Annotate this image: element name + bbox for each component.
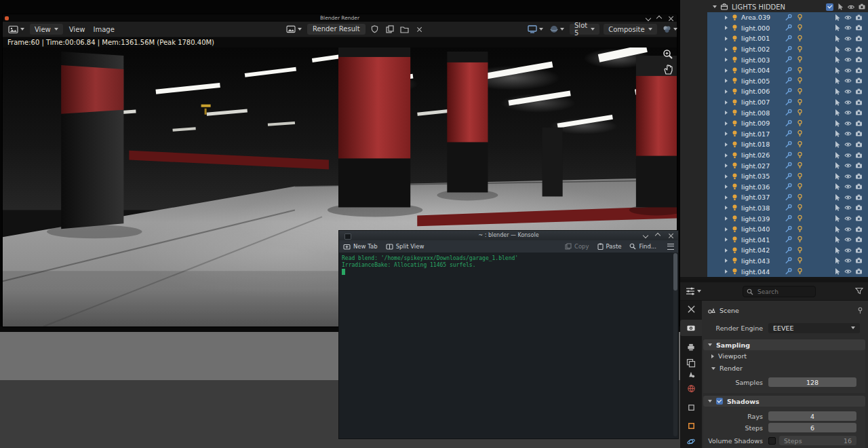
camera-icon[interactable] [855, 151, 863, 160]
light-data-icon[interactable] [796, 14, 804, 22]
pass-dropdown[interactable]: Composite [604, 24, 656, 35]
eye-icon[interactable] [844, 236, 852, 244]
light-data-icon[interactable] [796, 193, 804, 202]
close-icon[interactable] [668, 16, 673, 21]
camera-icon[interactable] [855, 67, 863, 75]
render-window-titlebar[interactable]: Blender Render [3, 14, 677, 22]
selectable-icon[interactable] [833, 56, 841, 64]
camera-icon[interactable] [855, 183, 863, 191]
modifier-wrench-icon[interactable] [785, 45, 792, 53]
modifier-wrench-icon[interactable] [785, 193, 792, 201]
light-data-icon[interactable] [796, 151, 804, 160]
outliner-light-row[interactable]: light.037 [707, 192, 868, 203]
hamburger-menu-icon[interactable] [667, 244, 674, 250]
eye-icon[interactable] [844, 162, 852, 170]
selectable-icon[interactable] [833, 67, 841, 75]
selectable-icon[interactable] [833, 35, 841, 43]
fake-user-button[interactable] [370, 24, 380, 35]
output-tab[interactable] [680, 339, 702, 355]
selectable-icon[interactable] [833, 267, 841, 276]
expand-icon[interactable] [725, 269, 728, 274]
properties-editor-type-button[interactable] [686, 286, 701, 296]
volume-shadows-checkbox[interactable] [768, 437, 776, 445]
expand-icon[interactable] [725, 90, 728, 94]
light-data-icon[interactable] [796, 98, 804, 107]
eye-icon[interactable] [844, 98, 852, 106]
light-data-icon[interactable] [796, 56, 804, 64]
paste-button[interactable]: Paste [597, 243, 622, 250]
camera-icon[interactable] [855, 193, 863, 202]
light-data-icon[interactable] [796, 225, 804, 234]
copy-button[interactable]: Copy [565, 243, 589, 250]
maximize-icon[interactable] [656, 15, 662, 20]
camera-icon[interactable] [855, 24, 863, 32]
camera-icon[interactable] [855, 45, 863, 54]
konsole-titlebar[interactable]: ~ : blender — Konsole [339, 231, 678, 241]
expand-icon[interactable] [725, 143, 728, 147]
light-data-icon[interactable] [796, 88, 804, 96]
camera-icon[interactable] [855, 267, 863, 276]
collapse-icon[interactable] [713, 5, 717, 8]
eye-icon[interactable] [844, 45, 852, 53]
modifier-wrench-icon[interactable] [785, 109, 792, 117]
shadows-checkbox[interactable] [716, 398, 723, 405]
steps-field[interactable]: 6 [768, 423, 856, 432]
light-data-icon[interactable] [796, 246, 804, 255]
camera-icon[interactable] [855, 109, 863, 117]
light-data-icon[interactable] [796, 141, 804, 149]
camera-icon[interactable] [855, 119, 863, 128]
outliner-light-row[interactable]: light.035 [707, 171, 868, 182]
selectable-icon[interactable] [833, 236, 841, 244]
outliner-light-row[interactable]: light.007 [707, 97, 868, 108]
outliner-light-row[interactable]: light.018 [707, 139, 868, 150]
expand-icon[interactable] [725, 48, 728, 52]
collection-row[interactable]: LIGHTS HIDDEN [680, 1, 868, 12]
new-image-button[interactable] [384, 24, 395, 35]
selectable-icon[interactable] [833, 24, 841, 32]
light-data-icon[interactable] [796, 214, 804, 223]
outliner-light-row[interactable]: light.004 [707, 65, 868, 76]
camera-icon[interactable] [855, 204, 863, 212]
modifier-wrench-icon[interactable] [785, 172, 792, 180]
modifier-wrench-icon[interactable] [785, 24, 792, 32]
expand-icon[interactable] [725, 206, 728, 210]
light-data-icon[interactable] [796, 257, 804, 265]
expand-icon[interactable] [725, 153, 728, 157]
eye-icon[interactable] [844, 225, 852, 233]
outliner-light-row[interactable]: light.017 [707, 129, 868, 140]
view-transform-button[interactable] [549, 24, 566, 35]
unlink-image-button[interactable] [414, 24, 425, 35]
camera-icon[interactable] [855, 35, 863, 43]
object-data-tab[interactable] [680, 399, 702, 415]
expand-icon[interactable] [725, 132, 728, 136]
selectable-icon[interactable] [833, 214, 841, 223]
tool-tab[interactable] [680, 301, 702, 317]
expand-icon[interactable] [725, 16, 728, 20]
light-data-icon[interactable] [796, 183, 804, 191]
properties-search-box[interactable] [743, 286, 816, 297]
outliner-light-row[interactable]: light.027 [707, 160, 868, 171]
selectable-icon[interactable] [833, 119, 841, 128]
outliner-light-row[interactable]: light.003 [707, 54, 868, 65]
selectable-icon[interactable] [833, 246, 841, 255]
camera-icon[interactable] [858, 3, 866, 11]
eye-icon[interactable] [844, 88, 852, 95]
outliner-light-row[interactable]: light.008 [707, 107, 868, 118]
scrollbar-thumb[interactable] [673, 253, 677, 291]
editor-type-button[interactable] [7, 24, 26, 35]
camera-icon[interactable] [855, 14, 863, 22]
expand-icon[interactable] [725, 122, 728, 126]
expand-icon[interactable] [725, 100, 728, 105]
modifier-wrench-icon[interactable] [785, 225, 792, 233]
modifier-wrench-icon[interactable] [785, 183, 792, 191]
modifier-wrench-icon[interactable] [785, 98, 792, 106]
light-data-icon[interactable] [796, 45, 804, 54]
modifier-wrench-icon[interactable] [785, 14, 792, 21]
selectable-icon[interactable] [833, 162, 841, 170]
maximize-icon[interactable] [655, 233, 660, 238]
outliner-light-row[interactable]: light.038 [707, 203, 868, 214]
light-data-icon[interactable] [796, 24, 804, 32]
slot-dropdown[interactable]: Slot 5 [570, 24, 599, 35]
expand-icon[interactable] [725, 195, 728, 200]
physics-tab[interactable] [680, 433, 702, 448]
